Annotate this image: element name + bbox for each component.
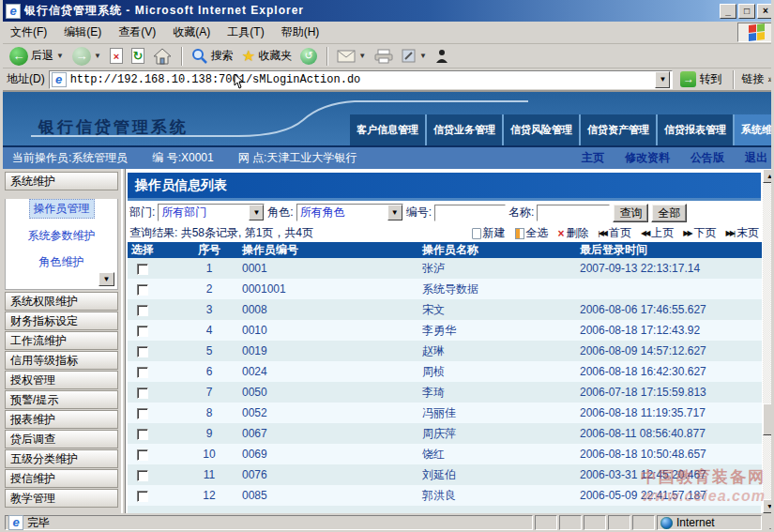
delete-x-icon: × [558,227,565,240]
forward-button[interactable]: → ▼ [69,46,104,67]
edit-dropdown-icon[interactable]: ▼ [419,52,427,60]
row-checkbox[interactable] [137,429,148,440]
sidebar-section-system-maintenance[interactable]: 系统维护 [5,172,118,190]
messenger-button[interactable] [433,48,451,65]
sidebar-section-report[interactable]: 报表维护 [5,410,118,429]
submenu-scroll-down-icon[interactable]: ▼ [99,272,114,286]
go-button[interactable]: → 转到 [676,70,725,88]
minimize-button[interactable]: _ [720,4,736,19]
home-button[interactable] [150,47,175,66]
row-checkbox[interactable] [137,346,148,357]
resize-grip[interactable] [764,516,774,529]
address-input[interactable]: e http://192.168.10.138:7001/sMLoginActi… [49,70,674,89]
row-checkbox[interactable] [137,264,148,275]
mail-dropdown-icon[interactable]: ▼ [358,52,366,60]
row-checkbox[interactable] [137,305,148,316]
select-all-button[interactable]: 全选 [515,225,549,241]
menu-favorites[interactable]: 收藏(A) [173,24,210,40]
close-button[interactable]: × [757,4,774,19]
links-label[interactable]: 链接 [741,71,764,87]
row-checkbox[interactable] [137,470,148,481]
col-code: 操作员编号 [238,242,418,258]
sidebar-section-credit-grade[interactable]: 信用等级指标 [5,351,118,370]
delete-button[interactable]: × 删除 [558,225,589,241]
sidebar-section-permissions[interactable]: 系统权限维护 [5,292,118,311]
menu-file[interactable]: 文件(F) [10,24,47,40]
sidebar-section-credit-line[interactable]: 授信维护 [5,469,118,488]
search-button[interactable]: 搜索 [189,47,236,66]
stop-button[interactable]: × [107,47,126,65]
scrollbar-thumb[interactable] [763,403,774,435]
search-button[interactable]: 查询 [613,204,648,222]
vertical-scrollbar[interactable]: ▲ ▼ [763,169,774,513]
edit-profile-link[interactable]: 修改资料 [625,150,670,166]
mail-button[interactable]: ▼ [334,49,369,64]
col-lastlogin: 最后登录时间 [576,242,762,258]
menu-edit[interactable]: 编辑(E) [64,24,101,40]
forward-dropdown-icon[interactable]: ▼ [94,52,101,60]
sidebar-section-authorization[interactable]: 授权管理 [5,371,118,389]
row-checkbox[interactable] [137,491,148,502]
page-title: 操作员信息列表 [128,173,761,198]
tab-credit-asset[interactable]: 信贷资产管理 [581,114,658,145]
all-button[interactable]: 全部 [651,204,687,222]
back-dropdown-icon[interactable]: ▼ [56,52,64,60]
tab-credit-risk[interactable]: 信贷风险管理 [504,114,581,145]
ie-page-icon: e [52,72,67,87]
row-checkbox[interactable] [137,449,148,461]
first-page-button[interactable]: |◀◀ 首页 [599,225,631,241]
scroll-up-icon[interactable]: ▲ [763,169,774,183]
toolbar-separator [733,70,734,89]
sidebar-section-warning[interactable]: 预警/提示 [5,390,118,409]
links-chevron-icon[interactable]: » [767,74,773,84]
menu-help[interactable]: 帮助(H) [281,24,320,40]
dept-select[interactable]: 所有部门 ▼ [158,204,265,221]
address-url[interactable]: http://192.168.10.138:7001/sMLoginAction… [70,73,361,86]
row-checkbox[interactable] [137,284,148,296]
next-page-button[interactable]: ▶▶ 下页 [683,225,716,241]
bulletin-link[interactable]: 公告版 [691,150,724,166]
status-bar: e 完毕 Internet [3,513,774,532]
menu-tools[interactable]: 工具(T) [227,24,264,40]
favorites-button[interactable]: ★ 收藏夹 [239,46,295,66]
scroll-down-icon[interactable]: ▼ [763,499,774,513]
last-page-button[interactable]: ▶▶| 末页 [726,225,759,241]
edit-button[interactable]: ▼ [399,48,430,65]
back-button[interactable]: ← 后退 ▼ [7,46,67,67]
address-dropdown-icon[interactable]: ▼ [655,71,670,88]
sidebar-section-finance-index[interactable]: 财务指标设定 [5,312,118,330]
row-checkbox[interactable] [137,326,148,337]
sidebar-section-five-class[interactable]: 五级分类维护 [5,449,118,468]
sidebar-section-teaching[interactable]: 教学管理 [5,489,118,508]
maximize-button[interactable]: □ [738,4,755,19]
history-button[interactable]: ↺ [297,47,320,66]
row-checkbox[interactable] [137,408,148,419]
sidebar-item-operator-management[interactable]: 操作员管理 [6,199,117,219]
sidebar-section-postloan[interactable]: 贷后调查 [5,430,118,448]
chevron-down-icon[interactable]: ▼ [387,205,402,220]
menu-view[interactable]: 查看(V) [118,24,156,40]
sidebar-item-system-params[interactable]: 系统参数维护 [6,227,117,245]
search-icon [191,48,208,65]
internet-zone-label: Internet [676,516,715,529]
chevron-down-icon[interactable]: ▼ [249,205,264,220]
print-button[interactable] [372,48,396,65]
name-input[interactable] [537,205,610,221]
tab-system-maintenance[interactable]: 系统维护 [735,114,774,145]
new-button[interactable]: 新建 [472,225,506,241]
tab-customer-info[interactable]: 客户信息管理 [350,114,427,145]
row-checkbox[interactable] [137,367,148,378]
refresh-button[interactable]: ↻ [129,47,147,65]
tab-credit-report[interactable]: 信贷报表管理 [658,114,735,145]
role-select[interactable]: 所有角色 ▼ [296,204,403,221]
row-checkbox[interactable] [137,388,148,399]
home-link[interactable]: 主页 [582,150,604,166]
logout-link[interactable]: 退出 [745,150,767,166]
result-summary: 查询结果: 共58条记录, 第1页，共4页 [129,225,313,241]
sidebar-section-workflow[interactable]: 工作流维护 [5,331,118,350]
row-checkbox-cell [128,423,180,444]
prev-page-button[interactable]: ◀◀ 上页 [641,225,674,241]
tab-credit-business[interactable]: 信贷业务管理 [427,114,504,145]
sidebar-item-role-maintenance[interactable]: 角色维护 [6,253,117,271]
code-input[interactable] [434,205,506,221]
